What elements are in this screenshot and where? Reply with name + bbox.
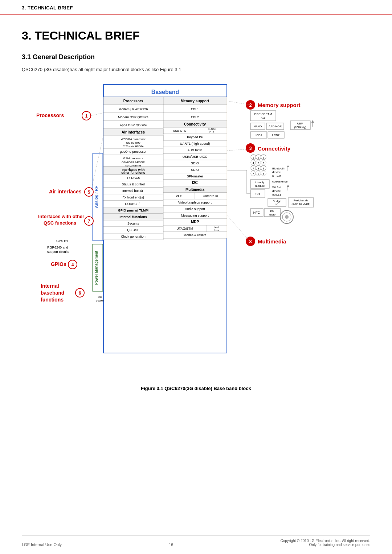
svg-text:AUX PCM: AUX PCM: [187, 148, 202, 152]
svg-text:Peripherals: Peripherals: [294, 199, 308, 202]
svg-text:Tx DACs: Tx DACs: [127, 176, 140, 180]
svg-text:4: 4: [253, 162, 254, 164]
svg-text:EBI 1: EBI 1: [191, 107, 199, 111]
svg-text:GPIOs: GPIOs: [51, 261, 66, 267]
block-diagram: Baseband Processors Memory support Modem…: [33, 81, 359, 382]
svg-text:JTAG/ETM: JTAG/ETM: [177, 227, 193, 230]
svg-text:MDP: MDP: [191, 220, 199, 224]
svg-text:module: module: [255, 184, 265, 188]
svg-text:gpsOne processor: gpsOne processor: [120, 150, 147, 153]
svg-text:Bluetooth: Bluetooth: [272, 167, 285, 170]
svg-text:0: 0: [258, 173, 259, 175]
svg-text:Processors: Processors: [36, 112, 64, 118]
svg-text:WLAN: WLAN: [272, 186, 281, 189]
svg-text:Apps DSP QDSP4: Apps DSP QDSP4: [120, 123, 147, 127]
svg-text:functions: functions: [41, 297, 64, 303]
svg-text:GSM/GPRS/EDGE: GSM/GPRS/EDGE: [122, 161, 145, 164]
header-bar: 3. TECHNICAL BRIEF: [0, 0, 392, 15]
footer-right: Copyright © 2010 LG Electronics. Inc. Al…: [281, 539, 370, 547]
svg-text:x16: x16: [261, 116, 266, 119]
svg-text:Rx front end(s): Rx front end(s): [122, 196, 144, 199]
svg-text:I2C: I2C: [192, 181, 198, 185]
svg-text:2: 2: [249, 102, 252, 108]
svg-text:1: 1: [85, 114, 88, 119]
svg-text:VFE: VFE: [176, 194, 182, 198]
svg-text:SDIO: SDIO: [191, 161, 199, 165]
svg-text:Modem μP ARM926: Modem μP ARM926: [119, 107, 148, 111]
svg-text:other functions: other functions: [121, 171, 145, 175]
svg-text:802.11: 802.11: [272, 193, 281, 196]
svg-text:6: 6: [79, 291, 81, 296]
svg-text:*: *: [253, 173, 254, 175]
svg-text:Connectivity: Connectivity: [258, 145, 291, 152]
svg-text:Multimedia: Multimedia: [258, 238, 286, 245]
svg-text:Q-FUSE: Q-FUSE: [127, 228, 139, 232]
svg-marker-172: [287, 165, 289, 167]
svg-text:Analog / RF: Analog / RF: [94, 186, 98, 208]
svg-line-205: [91, 113, 103, 116]
svg-text:device: device: [272, 189, 281, 193]
svg-text:Baseband: Baseband: [151, 89, 179, 95]
svg-text:coexistence: coexistence: [272, 180, 288, 183]
svg-text:Connectivity: Connectivity: [184, 122, 206, 126]
svg-text:EBI 2: EBI 2: [191, 115, 199, 119]
svg-text:DDR SDRAM: DDR SDRAM: [254, 112, 272, 116]
svg-text:Camera I/F: Camera I/F: [203, 194, 219, 198]
svg-text:GPS Rx: GPS Rx: [56, 239, 68, 243]
intro-text: QSC6270 (3G disable)has all eight major …: [22, 67, 370, 72]
svg-text:Interfaces with other: Interfaces with other: [38, 214, 84, 219]
svg-text:Internal bus I/F: Internal bus I/F: [122, 189, 144, 193]
svg-text:6270 only: HSDPA: 6270 only: HSDPA: [123, 145, 144, 148]
svg-text:UBM: UBM: [297, 122, 303, 125]
svg-text:3: 3: [249, 145, 252, 151]
svg-text:Internal functions: Internal functions: [119, 215, 147, 219]
svg-text:IC: IC: [275, 203, 278, 206]
svg-text:GSM processor: GSM processor: [123, 157, 143, 160]
svg-text:9: 9: [263, 167, 264, 170]
svg-text:CODEC I/F: CODEC I/F: [125, 202, 142, 206]
footer-left: LGE Internal Use Only: [22, 542, 62, 547]
svg-text:bus: bus: [215, 229, 219, 232]
svg-text:WCDMA processor: WCDMA processor: [121, 138, 146, 141]
svg-text:USB-OTG: USB-OTG: [173, 129, 186, 132]
svg-text:6: 6: [263, 162, 264, 164]
svg-text:5: 5: [88, 190, 90, 195]
svg-text:power: power: [96, 299, 104, 302]
svg-point-201: [285, 215, 289, 219]
svg-text:#: #: [263, 173, 264, 175]
svg-text:Processors: Processors: [123, 99, 143, 103]
svg-text:5: 5: [258, 162, 259, 164]
svg-text:Status & control: Status & control: [122, 182, 145, 186]
svg-text:Air interfaces: Air interfaces: [122, 130, 145, 134]
svg-text:(6270only): (6270only): [294, 126, 306, 129]
svg-line-209: [227, 215, 250, 241]
svg-text:8: 8: [249, 239, 252, 244]
svg-text:SD: SD: [256, 192, 260, 196]
svg-text:Bridge: Bridge: [273, 200, 281, 203]
svg-marker-136: [311, 120, 314, 123]
svg-text:3: 3: [263, 156, 264, 159]
svg-text:Video/graphics support: Video/graphics support: [178, 201, 212, 204]
svg-text:LCD2: LCD2: [272, 134, 280, 137]
svg-text:Internal: Internal: [41, 283, 59, 289]
section-title: 3.1 General Description: [22, 53, 370, 61]
svg-text:4: 4: [72, 262, 74, 267]
svg-text:(such as LCDs): (such as LCDs): [291, 202, 310, 205]
svg-text:SDIO: SDIO: [191, 168, 199, 172]
svg-text:PHY: PHY: [209, 131, 215, 133]
svg-text:7: 7: [253, 167, 254, 170]
svg-text:Multimedia: Multimedia: [185, 188, 205, 192]
footer-right-line2: Only for training and service purposes: [281, 543, 370, 547]
svg-text:radio: radio: [269, 213, 275, 216]
svg-text:HS-USB: HS-USB: [207, 128, 217, 130]
svg-text:baseband: baseband: [41, 290, 64, 296]
svg-text:GPIO pins w/ TLMM: GPIO pins w/ TLMM: [118, 209, 148, 212]
svg-text:BT 2.0: BT 2.0: [272, 174, 281, 177]
svg-text:Clock generation: Clock generation: [121, 235, 146, 238]
svg-text:identity: identity: [255, 181, 264, 184]
svg-text:Memory support: Memory support: [181, 99, 209, 103]
svg-text:UART1 (high-speed): UART1 (high-speed): [180, 142, 210, 145]
svg-text:Modem DSP QDSP4: Modem DSP QDSP4: [118, 115, 148, 119]
svg-text:7: 7: [88, 219, 90, 224]
svg-text:UMTS R99: UMTS R99: [126, 141, 140, 144]
